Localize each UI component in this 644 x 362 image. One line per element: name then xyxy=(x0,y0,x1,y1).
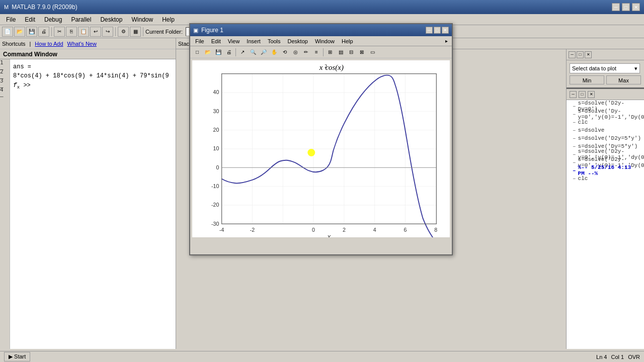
shortcuts-sep: | xyxy=(29,41,31,47)
rp-minimize[interactable]: ─ xyxy=(569,51,576,58)
sep3 xyxy=(143,27,143,36)
cmd-prompt-line: fx >> xyxy=(13,80,173,92)
fig-plotbrowser-btn[interactable]: ▭ xyxy=(367,47,377,57)
simulink-button[interactable]: ⚙ xyxy=(118,27,129,37)
history-panel: ─ □ ✕ – s=dsolve('D2y-Dy=0') – s=dsol xyxy=(567,87,644,349)
fig-zoom-in-btn[interactable]: 🔍 xyxy=(248,47,258,57)
fig-open-btn[interactable]: 📂 xyxy=(203,47,213,57)
redo-button[interactable]: ↪ xyxy=(102,27,113,37)
new-file-button[interactable]: 📄 xyxy=(2,27,13,37)
svg-text:4: 4 xyxy=(373,227,376,233)
command-window-content[interactable]: ans = 8*cos(4) + 18*cos(9) + 14*sin(4) +… xyxy=(10,59,176,349)
save-button[interactable]: 💾 xyxy=(26,27,37,37)
fig-menu-arrow[interactable]: ▸ xyxy=(443,38,450,44)
fig-menu-desktop[interactable]: Desktop xyxy=(285,38,311,45)
fig-colorbar-btn[interactable]: ≡ xyxy=(311,47,321,57)
svg-text:30: 30 xyxy=(213,108,219,114)
figure-maximize[interactable]: □ xyxy=(434,27,441,34)
menu-debug[interactable]: Debug xyxy=(40,15,66,24)
line-numbers: 1 – 2 – 3 – 4 – xyxy=(0,59,10,349)
start-button[interactable]: ▶ Start xyxy=(4,352,30,361)
ln-status: Ln 4 xyxy=(596,354,607,360)
rp-maximize[interactable]: □ xyxy=(577,51,584,58)
sep1 xyxy=(51,27,52,36)
min-button[interactable]: Min xyxy=(570,75,604,84)
expression-text: 8*cos(4) + 18*cos(9) + 14*sin(4) + 79*si… xyxy=(13,72,169,79)
fig-menu-view[interactable]: View xyxy=(225,38,243,45)
command-window-area: 1 – 2 – 3 – 4 – ans = 8*cos(4) + 18*cos(… xyxy=(0,59,176,349)
left-panel: Shortcuts | How to Add What's New Comman… xyxy=(0,38,176,349)
hist-line-5: – s=dsolve('D2y=5*y') xyxy=(570,134,641,142)
close-button[interactable]: ✕ xyxy=(632,3,640,11)
fig-menu-insert[interactable]: Insert xyxy=(244,38,264,45)
guide-button[interactable]: ▦ xyxy=(130,27,141,37)
dropdown-arrow: ▾ xyxy=(634,65,637,72)
history-content[interactable]: – s=dsolve('D2y-Dy=0') – s=dsolve('Dy-y=… xyxy=(567,100,644,349)
cut-button[interactable]: ✂ xyxy=(54,27,65,37)
plot-area: x 2 cos(x) xyxy=(192,60,450,237)
select-plot-area: Select data to plot ▾ Min Max xyxy=(567,60,644,87)
menu-file[interactable]: File xyxy=(2,15,20,24)
menu-edit[interactable]: Edit xyxy=(21,15,39,24)
fig-menu-file[interactable]: File xyxy=(192,38,207,45)
copy-button[interactable]: ⎘ xyxy=(66,27,77,37)
how-to-add-link[interactable]: How to Add xyxy=(35,41,63,47)
matlab-logo: M xyxy=(4,4,9,10)
fig-save-btn[interactable]: 💾 xyxy=(213,47,223,57)
menu-window[interactable]: Window xyxy=(127,15,157,24)
fig-link-btn[interactable]: ⊠ xyxy=(357,47,367,57)
hist-maximize[interactable]: □ xyxy=(579,91,586,98)
cmd-ans-label: ans = xyxy=(13,62,173,71)
open-button[interactable]: 📂 xyxy=(14,27,25,37)
title-bar: M MATLAB 7.9.0 (R2009b) ─ □ ✕ xyxy=(0,0,644,14)
svg-text:-10: -10 xyxy=(211,183,219,189)
line-num-4: 4 – xyxy=(0,88,10,98)
minimize-button[interactable]: ─ xyxy=(612,3,620,11)
right-panel-top: ─ □ ✕ xyxy=(567,49,644,60)
select-data-dropdown[interactable]: Select data to plot ▾ xyxy=(570,63,640,73)
paste-button[interactable]: 📋 xyxy=(78,27,89,37)
fig-brush-btn[interactable]: ✏ xyxy=(301,47,311,57)
figure-close[interactable]: ✕ xyxy=(442,27,449,34)
fig-menu-help[interactable]: Help xyxy=(339,38,356,45)
menu-parallel[interactable]: Parallel xyxy=(67,15,95,24)
history-header: ─ □ ✕ xyxy=(567,89,644,100)
hist-minimize[interactable]: ─ xyxy=(570,91,577,98)
menu-help[interactable]: Help xyxy=(158,15,179,24)
svg-text:-30: -30 xyxy=(211,221,219,227)
figure-icon: ▣ xyxy=(193,27,198,34)
figure-toolbar: □ 📂 💾 🖨 ↗ 🔍 🔎 ✋ ⟲ ◎ ✏ ≡ ⊞ ▤ ⊟ ⊠ ▭ xyxy=(190,46,452,58)
fig-datacursor-btn[interactable]: ◎ xyxy=(290,47,300,57)
fig-insert-btn[interactable]: ⊟ xyxy=(346,47,356,57)
fig-print-btn[interactable]: 🖨 xyxy=(224,47,234,57)
fig-new-btn[interactable]: □ xyxy=(192,47,202,57)
start-label: ▶ Start xyxy=(9,353,26,359)
fig-menu-edit[interactable]: Edit xyxy=(208,38,224,45)
cmd-expression: 8*cos(4) + 18*cos(9) + 14*sin(4) + 79*si… xyxy=(13,71,173,80)
figure-title-btns: ─ □ ✕ xyxy=(426,27,449,34)
maximize-button[interactable]: □ xyxy=(622,3,630,11)
command-window-title: Command Window xyxy=(3,51,57,58)
whats-new-link[interactable]: What's New xyxy=(67,41,97,47)
svg-text:-4: -4 xyxy=(219,227,224,233)
print-button[interactable]: 🖨 xyxy=(38,27,49,37)
svg-text:0: 0 xyxy=(312,227,315,233)
fig-editor-btn[interactable]: ⊞ xyxy=(325,47,335,57)
svg-text:20: 20 xyxy=(213,127,219,133)
hist-close[interactable]: ✕ xyxy=(588,91,595,98)
fig-zoom-out-btn[interactable]: 🔎 xyxy=(259,47,269,57)
fig-rotate-btn[interactable]: ⟲ xyxy=(280,47,290,57)
fig-property-btn[interactable]: ▤ xyxy=(336,47,346,57)
figure-minimize[interactable]: ─ xyxy=(426,27,433,34)
fig-pan-btn[interactable]: ✋ xyxy=(269,47,279,57)
col-status: Col 1 xyxy=(611,354,624,360)
current-folder-label: Current Folder: xyxy=(145,29,183,35)
fig-menu-tools[interactable]: Tools xyxy=(265,38,284,45)
fig-menu-window[interactable]: Window xyxy=(312,38,338,45)
max-button[interactable]: Max xyxy=(606,75,641,84)
fig-select-btn[interactable]: ↗ xyxy=(237,47,248,57)
cursor-dot xyxy=(307,149,315,156)
undo-button[interactable]: ↩ xyxy=(90,27,101,37)
menu-desktop[interactable]: Desktop xyxy=(96,15,126,24)
rp-close[interactable]: ✕ xyxy=(585,51,592,58)
